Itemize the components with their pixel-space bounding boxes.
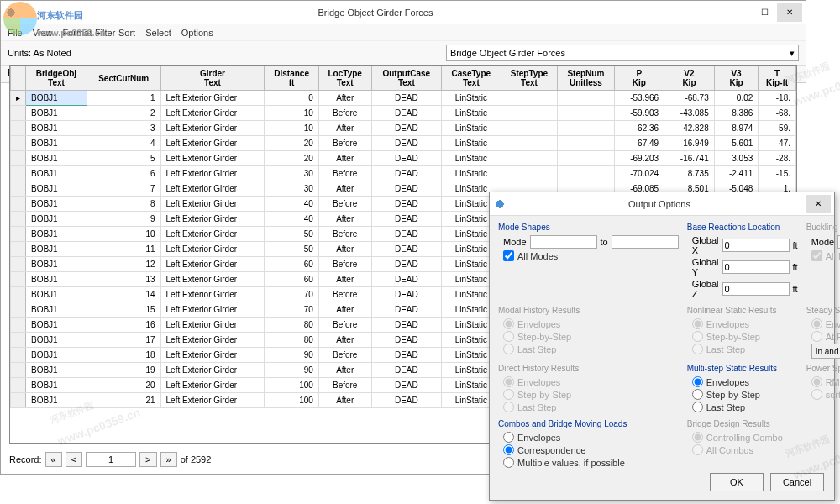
gx-input[interactable] (722, 239, 790, 252)
cell[interactable]: -42.828 (664, 121, 715, 136)
cell[interactable]: DEAD (371, 181, 441, 197)
cell[interactable]: BOBJ1 (26, 136, 87, 151)
cell[interactable]: 80 (265, 318, 318, 333)
cell[interactable] (558, 106, 614, 121)
cell[interactable]: BOBJ1 (26, 318, 87, 333)
cell[interactable] (501, 136, 558, 151)
cell[interactable]: Before (318, 318, 371, 333)
column-header[interactable]: V3Kip (714, 66, 759, 91)
cell[interactable]: 3 (87, 121, 160, 136)
cell[interactable]: After (318, 302, 371, 318)
all-modes-checkbox[interactable] (503, 250, 514, 261)
cell[interactable]: Before (318, 378, 371, 393)
cell[interactable]: BOBJ1 (26, 378, 87, 393)
cell[interactable]: Left Exterior Girder (160, 257, 265, 272)
cell[interactable] (558, 91, 614, 106)
cell[interactable]: DEAD (371, 166, 441, 181)
cell[interactable]: 13 (87, 272, 160, 287)
table-row[interactable]: ▸BOBJ11Left Exterior Girder0AfterDEADLin… (11, 91, 796, 106)
cell[interactable]: 20 (265, 136, 318, 151)
row-selector[interactable] (11, 318, 26, 333)
cell[interactable]: Before (318, 348, 371, 363)
cell[interactable]: Before (318, 287, 371, 302)
cell[interactable]: 20 (265, 151, 318, 166)
cell[interactable]: 17 (87, 333, 160, 348)
column-header[interactable]: BridgeObjText (26, 66, 87, 91)
cell[interactable]: -15. (759, 166, 796, 181)
column-header[interactable]: SectCutNum (87, 66, 160, 91)
gz-input[interactable] (722, 282, 790, 296)
cell[interactable]: BOBJ1 (26, 302, 87, 318)
cell[interactable]: DEAD (371, 106, 441, 121)
cell[interactable]: BOBJ1 (26, 91, 87, 106)
mode-to-input[interactable] (612, 235, 679, 249)
cell[interactable]: LinStatic (442, 166, 501, 181)
row-selector[interactable]: ▸ (11, 91, 26, 106)
cell[interactable]: Left Exterior Girder (160, 302, 265, 318)
column-header[interactable]: StepTypeText (501, 66, 558, 91)
cell[interactable]: 8.735 (664, 166, 715, 181)
cell[interactable]: LinStatic (442, 106, 501, 121)
cell[interactable]: 50 (265, 227, 318, 242)
cell[interactable] (501, 91, 558, 106)
cell[interactable]: 70 (265, 287, 318, 302)
cell[interactable]: 0.02 (714, 91, 759, 106)
cell[interactable]: Before (318, 257, 371, 272)
cell[interactable]: After (318, 151, 371, 166)
cancel-button[interactable]: Cancel (770, 473, 824, 491)
cell[interactable]: DEAD (371, 257, 441, 272)
pager-next[interactable]: > (139, 452, 156, 467)
row-selector[interactable] (11, 151, 26, 166)
pager-first[interactable]: « (45, 452, 62, 467)
cell[interactable]: Left Exterior Girder (160, 212, 265, 227)
ms-step[interactable]: Step-by-Step (692, 389, 798, 400)
cell[interactable]: 70 (265, 302, 318, 318)
cell[interactable] (558, 121, 614, 136)
cell[interactable]: -28. (759, 151, 796, 166)
row-selector[interactable] (11, 181, 26, 197)
cell[interactable]: 30 (265, 166, 318, 181)
minimize-button[interactable]: — (727, 3, 752, 22)
cell[interactable]: Left Exterior Girder (160, 363, 265, 378)
menu-select[interactable]: Select (145, 28, 171, 38)
cell[interactable]: After (318, 272, 371, 287)
cell[interactable]: 40 (265, 197, 318, 212)
row-selector[interactable] (11, 333, 26, 348)
combo-multiple[interactable]: Multiple values, if possible (503, 457, 679, 468)
cell[interactable]: BOBJ1 (26, 287, 87, 302)
row-selector[interactable] (11, 166, 26, 181)
cell[interactable]: DEAD (371, 302, 441, 318)
column-header[interactable]: GirderText (160, 66, 265, 91)
table-row[interactable]: BOBJ15Left Exterior Girder20AfterDEADLin… (11, 151, 796, 166)
cell[interactable]: BOBJ1 (26, 272, 87, 287)
cell[interactable]: 2 (87, 106, 160, 121)
cell[interactable]: 18 (87, 348, 160, 363)
cell[interactable]: 50 (265, 242, 318, 257)
cell[interactable]: DEAD (371, 197, 441, 212)
cell[interactable]: Before (318, 136, 371, 151)
cell[interactable] (501, 106, 558, 121)
cell[interactable]: 10 (87, 227, 160, 242)
ss-phase-select[interactable]: In and Out of Phase (811, 344, 840, 359)
cell[interactable]: Left Exterior Girder (160, 136, 265, 151)
cell[interactable]: Left Exterior Girder (160, 181, 265, 197)
cell[interactable]: Before (318, 166, 371, 181)
table-row[interactable]: BOBJ16Left Exterior Girder30BeforeDEADLi… (11, 166, 796, 181)
row-selector[interactable] (11, 197, 26, 212)
cell[interactable]: 15 (87, 302, 160, 318)
cell[interactable]: BOBJ1 (26, 227, 87, 242)
dialog-close-button[interactable]: ✕ (806, 195, 831, 213)
column-header[interactable]: OutputCaseText (371, 66, 441, 91)
cell[interactable]: BOBJ1 (26, 348, 87, 363)
menu-options[interactable]: Options (181, 28, 213, 38)
cell[interactable]: BOBJ1 (26, 393, 87, 408)
cell[interactable]: LinStatic (442, 121, 501, 136)
row-selector[interactable] (11, 227, 26, 242)
cell[interactable]: Left Exterior Girder (160, 318, 265, 333)
cell[interactable]: 5.601 (714, 136, 759, 151)
cell[interactable]: -59. (759, 121, 796, 136)
cell[interactable]: DEAD (371, 151, 441, 166)
cell[interactable]: Left Exterior Girder (160, 121, 265, 136)
row-selector[interactable] (11, 121, 26, 136)
cell[interactable]: DEAD (371, 272, 441, 287)
